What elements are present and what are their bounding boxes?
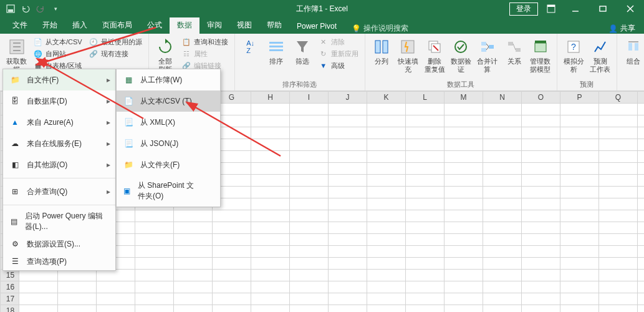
cell[interactable]: [599, 139, 638, 151]
cell[interactable]: [367, 234, 406, 246]
cell[interactable]: [483, 222, 522, 234]
cell[interactable]: [638, 270, 645, 281]
cell[interactable]: [406, 151, 445, 163]
tab-review[interactable]: 审阅: [199, 17, 229, 34]
cell[interactable]: [445, 222, 483, 234]
cell[interactable]: [445, 210, 483, 222]
cell[interactable]: [638, 246, 645, 258]
cell[interactable]: [522, 246, 560, 258]
cell[interactable]: [560, 151, 599, 163]
cell[interactable]: [445, 127, 483, 139]
cell[interactable]: [445, 198, 483, 210]
cell[interactable]: [599, 222, 638, 234]
cell[interactable]: [135, 246, 174, 258]
cell[interactable]: [599, 270, 638, 281]
cell[interactable]: [329, 187, 367, 198]
cell[interactable]: [19, 305, 58, 313]
cell[interactable]: [599, 198, 638, 210]
tab-view[interactable]: 视图: [229, 17, 259, 34]
cell[interactable]: [522, 163, 560, 175]
cell[interactable]: [174, 293, 213, 305]
cell[interactable]: [251, 234, 290, 246]
cell[interactable]: [19, 281, 58, 293]
cell[interactable]: [251, 198, 290, 210]
cell[interactable]: [135, 270, 174, 281]
cell[interactable]: [367, 139, 406, 151]
cell[interactable]: [406, 222, 445, 234]
cell[interactable]: [251, 246, 290, 258]
cell[interactable]: [58, 281, 97, 293]
cell[interactable]: [406, 198, 445, 210]
cell[interactable]: [483, 187, 522, 198]
cell[interactable]: [97, 293, 135, 305]
existing-conn-button[interactable]: 🔗现有连接: [86, 48, 145, 59]
cell[interactable]: [599, 258, 638, 270]
cell[interactable]: [483, 258, 522, 270]
cell[interactable]: [290, 139, 329, 151]
cell[interactable]: [290, 104, 329, 115]
cell[interactable]: [367, 222, 406, 234]
cell[interactable]: [560, 293, 599, 305]
cell[interactable]: [251, 305, 290, 313]
cell[interactable]: [638, 139, 645, 151]
cell[interactable]: [638, 127, 645, 139]
cell[interactable]: [367, 305, 406, 313]
cell[interactable]: [290, 281, 329, 293]
cell[interactable]: [58, 293, 97, 305]
cell[interactable]: [560, 222, 599, 234]
cell[interactable]: [560, 115, 599, 127]
row-header[interactable]: 15: [1, 270, 19, 281]
cell[interactable]: [213, 258, 251, 270]
cell[interactable]: [599, 175, 638, 187]
cell[interactable]: [406, 305, 445, 313]
cell[interactable]: [406, 175, 445, 187]
cell[interactable]: [522, 222, 560, 234]
cell[interactable]: [251, 139, 290, 151]
menu-from-online[interactable]: ☁来自在线服务(E)▸: [3, 133, 115, 154]
cell[interactable]: [367, 270, 406, 281]
cell[interactable]: [560, 175, 599, 187]
cell[interactable]: [638, 163, 645, 175]
cell[interactable]: [445, 305, 483, 313]
cell[interactable]: [97, 270, 135, 281]
cell[interactable]: [560, 127, 599, 139]
menu-from-file[interactable]: 📁自文件(F)▸: [3, 69, 115, 90]
cell[interactable]: [638, 115, 645, 127]
cell[interactable]: [445, 139, 483, 151]
cell[interactable]: [638, 104, 645, 115]
cell[interactable]: [290, 293, 329, 305]
cell[interactable]: [251, 270, 290, 281]
close-icon[interactable]: [617, 0, 644, 17]
cell[interactable]: [213, 293, 251, 305]
cell[interactable]: [522, 104, 560, 115]
cell[interactable]: [367, 151, 406, 163]
cell[interactable]: [445, 234, 483, 246]
cell[interactable]: [367, 246, 406, 258]
cell[interactable]: [483, 104, 522, 115]
cell[interactable]: [599, 151, 638, 163]
cell[interactable]: [445, 175, 483, 187]
cell[interactable]: [599, 104, 638, 115]
cell[interactable]: [445, 163, 483, 175]
cell[interactable]: [406, 258, 445, 270]
cell[interactable]: [638, 305, 645, 313]
advanced-filter-button[interactable]: ▼高级: [316, 60, 361, 71]
cell[interactable]: [329, 139, 367, 151]
cell[interactable]: [483, 151, 522, 163]
cell[interactable]: [290, 222, 329, 234]
cell[interactable]: [329, 115, 367, 127]
cell[interactable]: [174, 210, 213, 222]
cell[interactable]: [290, 305, 329, 313]
cell[interactable]: [483, 293, 522, 305]
cell[interactable]: [406, 270, 445, 281]
cell[interactable]: [367, 175, 406, 187]
cell[interactable]: [329, 234, 367, 246]
cell[interactable]: [367, 210, 406, 222]
cell[interactable]: [290, 234, 329, 246]
cell[interactable]: [251, 115, 290, 127]
menu-from-other[interactable]: ◧自其他源(O)▸: [3, 154, 115, 175]
cell[interactable]: [599, 163, 638, 175]
cell[interactable]: [251, 151, 290, 163]
cell[interactable]: [599, 293, 638, 305]
tab-file[interactable]: 文件: [5, 17, 35, 34]
